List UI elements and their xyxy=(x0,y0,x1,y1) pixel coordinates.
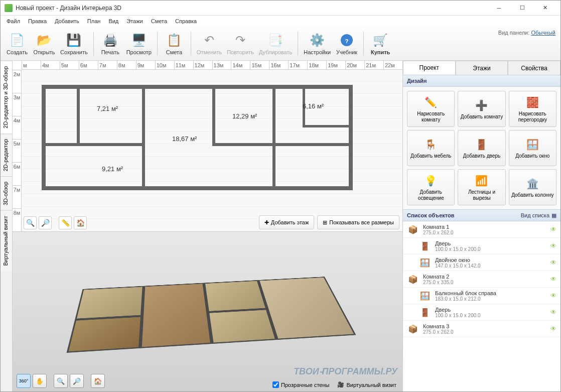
zoom-in-button[interactable]: 🔎 xyxy=(39,216,52,229)
object-row[interactable]: 📦Комната 2275.0 x 335.0👁 xyxy=(403,271,560,288)
ruler-horizontal: м4м5м6м7м8м9м10м11м12м13м14м15м16м17м18м… xyxy=(22,61,402,70)
object-list: 📦Комната 1275.0 x 262.0👁🚪Дверь100.0 x 15… xyxy=(403,221,560,392)
design-section-header: Дизайн xyxy=(403,75,560,87)
zoom-out-3d-button[interactable]: 🔍 xyxy=(54,374,68,388)
room-area-label: 6,16 м² xyxy=(303,102,324,110)
create-button[interactable]: 📄Создать xyxy=(4,29,31,59)
vtab-2[interactable]: 3D-обзор xyxy=(1,176,12,210)
object-row[interactable]: 🚪Дверь100.0 x 15.0 x 200.0👁 xyxy=(403,238,560,254)
preview-button[interactable]: 🖥️Просмотр xyxy=(124,29,154,59)
estimate-button[interactable]: 📋Смета xyxy=(161,29,188,59)
vtab-3[interactable]: Виртуальный визит xyxy=(1,210,12,271)
redo-button[interactable]: ↷Повторить xyxy=(224,29,256,59)
objects-section-header: Список объектов Вид списка ▦ xyxy=(403,209,560,221)
sidetab-Проект[interactable]: Проект xyxy=(403,61,456,75)
toolbar: 📄Создать 📂Открыть 💾Сохранить 🖨️Печать 🖥️… xyxy=(1,27,560,61)
close-button[interactable]: ✕ xyxy=(534,1,556,15)
menu-Файл[interactable]: Файл xyxy=(3,17,24,25)
printer-icon: 🖨️ xyxy=(102,32,118,48)
design-Добавить-колонну[interactable]: 🏛️Добавить колонну xyxy=(509,169,556,205)
plan-2d-canvas[interactable]: 7,21 м²18,67 м²12,29 м²6,16 м²9,21 м² 🔍 … xyxy=(22,70,402,231)
save-button[interactable]: 💾Сохранить xyxy=(58,29,90,59)
home-3d-button[interactable]: 🏠 xyxy=(91,374,105,388)
clipboard-icon: 📋 xyxy=(166,32,182,48)
design-Добавить-окно[interactable]: 🪟Добавить окно xyxy=(509,130,556,166)
sidetab-Свойства[interactable]: Свойства xyxy=(508,61,560,75)
app-icon xyxy=(5,4,13,12)
floorplan: 7,21 м²18,67 м²12,29 м²6,16 м²9,21 м² xyxy=(42,75,363,195)
object-row[interactable]: 🪟Двойное окно147.0 x 15.0 x 142.0👁 xyxy=(403,254,560,271)
vtab-1[interactable]: 2D-редактор xyxy=(1,134,12,176)
design-Нарисовать-перегородку[interactable]: 🧱Нарисовать перегородку xyxy=(509,91,556,127)
object-row[interactable]: 🚪Дверь100.0 x 15.0 x 200.0👁 xyxy=(403,304,560,321)
panel-mode: Вид панели: Обычный xyxy=(498,30,555,36)
svg-text:?: ? xyxy=(345,38,349,44)
menubar: ФайлПравкаДобавитьПланВидЭтажиСметаСправ… xyxy=(1,16,560,27)
titlebar: Новый проект - Дизайн Интерьера 3D ─ ☐ ✕ xyxy=(1,1,560,16)
menu-План[interactable]: План xyxy=(83,17,105,25)
visibility-icon[interactable]: 👁 xyxy=(550,242,556,249)
undo-button[interactable]: ↶Отменить xyxy=(194,29,224,59)
print-button[interactable]: 🖨️Печать xyxy=(97,29,124,59)
vtab-0[interactable]: 2D-редактор и 3D-обзор xyxy=(1,61,12,134)
plan-2d-tools: 🔍 🔎 📏 🏠 xyxy=(24,216,87,229)
visibility-icon[interactable]: 👁 xyxy=(550,309,556,316)
design-Добавить-мебель[interactable]: 🪑Добавить мебель xyxy=(407,130,455,166)
buy-button[interactable]: 🛒Купить xyxy=(367,29,394,59)
design-Добавить-комнату[interactable]: ➕Добавить комнату xyxy=(458,91,505,127)
minimize-button[interactable]: ─ xyxy=(488,1,510,15)
sidetab-Этажи[interactable]: Этажи xyxy=(456,61,508,75)
save-icon: 💾 xyxy=(66,32,82,48)
watermark: ТВОИ֊ПРОГРАММЫ.РУ xyxy=(294,366,397,377)
tutorial-button[interactable]: ?Учебник xyxy=(333,29,360,59)
help-icon: ? xyxy=(339,32,355,48)
transparent-walls-checkbox[interactable]: Прозрачные стены xyxy=(272,381,329,388)
maximize-button[interactable]: ☐ xyxy=(511,1,533,15)
menu-Справка[interactable]: Справка xyxy=(171,17,201,25)
room-area-label: 9,21 м² xyxy=(102,165,123,173)
monitor-icon: 🖥️ xyxy=(131,32,147,48)
ruler-tool[interactable]: 📏 xyxy=(59,216,72,229)
design-Добавить-дверь[interactable]: 🚪Добавить дверь xyxy=(458,130,505,166)
visibility-icon[interactable]: 👁 xyxy=(550,259,556,266)
panel-mode-link[interactable]: Обычный xyxy=(531,30,555,36)
object-row[interactable]: 📦Комната 1275.0 x 262.0👁 xyxy=(403,221,560,238)
visibility-icon[interactable]: 👁 xyxy=(550,325,556,332)
list-view-toggle[interactable]: Вид списка ▦ xyxy=(521,212,556,219)
design-Нарисовать-комнату[interactable]: ✏️Нарисовать комнату xyxy=(407,91,455,127)
redo-icon: ↷ xyxy=(232,32,248,48)
settings-button[interactable]: ⚙️Настройки xyxy=(301,29,333,59)
duplicate-button[interactable]: 📑Дублировать xyxy=(256,29,295,59)
design-Лестницы-и-вырезы[interactable]: 📶Лестницы и вырезы xyxy=(458,169,505,205)
zoom-in-3d-button[interactable]: 🔎 xyxy=(70,374,84,388)
folder-open-icon: 📂 xyxy=(36,32,52,48)
window-title: Новый проект - Дизайн Интерьера 3D xyxy=(16,5,488,12)
show-dimensions-button[interactable]: ⊞ Показывать все размеры xyxy=(317,215,399,229)
menu-Этажи[interactable]: Этажи xyxy=(122,17,147,25)
new-file-icon: 📄 xyxy=(9,32,25,48)
menu-Вид[interactable]: Вид xyxy=(104,17,122,25)
visibility-icon[interactable]: 👁 xyxy=(550,276,556,283)
menu-Правка[interactable]: Правка xyxy=(24,17,51,25)
cart-icon: 🛒 xyxy=(372,32,388,48)
duplicate-icon: 📑 xyxy=(267,32,284,48)
rotate-360-button[interactable]: 360° xyxy=(17,374,31,388)
room-area-label: 12,29 м² xyxy=(232,112,257,120)
menu-Добавить[interactable]: Добавить xyxy=(51,17,83,25)
object-row[interactable]: 📦Комната 3275.0 x 262.0👁 xyxy=(403,321,560,337)
menu-Смета[interactable]: Смета xyxy=(147,17,171,25)
add-floor-button[interactable]: ✚ Добавить этаж xyxy=(259,215,314,229)
zoom-out-button[interactable]: 🔍 xyxy=(24,216,37,229)
design-Добавить-освещение[interactable]: 💡Добавить освещение xyxy=(407,169,455,205)
open-button[interactable]: 📂Открыть xyxy=(31,29,58,59)
object-row[interactable]: 🪟Балконный блок справа183.0 x 15.0 x 212… xyxy=(403,288,560,304)
visibility-icon[interactable]: 👁 xyxy=(550,292,556,299)
ruler-vertical: 2м3м4м5м6м7м8м xyxy=(13,70,22,231)
home-button[interactable]: 🏠 xyxy=(74,216,87,229)
room-area-label: 18,67 м² xyxy=(172,135,197,143)
pan-button[interactable]: ✋ xyxy=(33,374,47,388)
virtual-visit-button[interactable]: 🎥 Виртуальный визит xyxy=(337,381,396,388)
view-3d-canvas[interactable]: ТВОИ֊ПРОГРАММЫ.РУ 360° ✋ 🔍 🔎 🏠 Прозрачны… xyxy=(13,231,402,392)
gear-icon: ⚙️ xyxy=(309,32,325,48)
visibility-icon[interactable]: 👁 xyxy=(550,226,556,233)
